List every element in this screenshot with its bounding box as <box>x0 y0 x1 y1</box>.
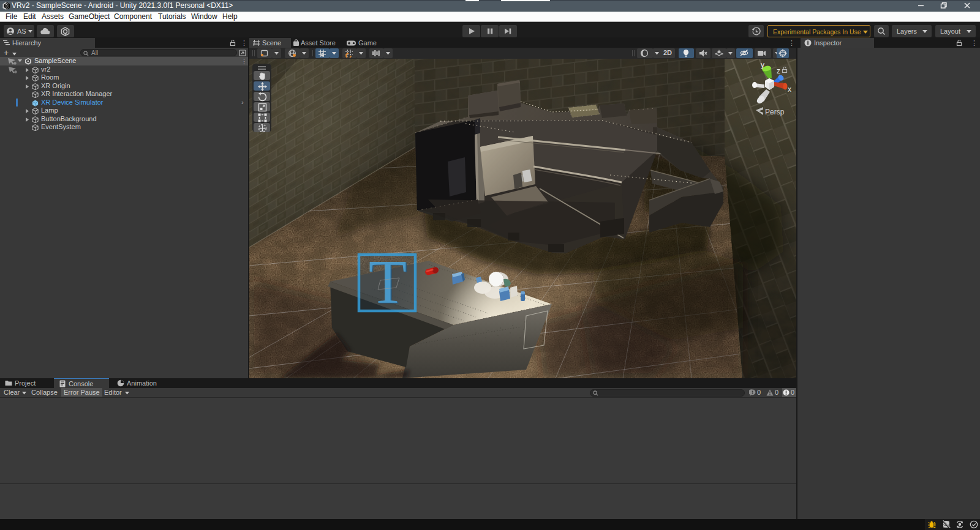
svg-text:x: x <box>788 85 791 94</box>
svg-text:Persp: Persp <box>765 108 785 116</box>
svg-text:z: z <box>777 67 780 75</box>
svg-text:y: y <box>761 61 764 69</box>
svg-text:T: T <box>369 247 407 316</box>
